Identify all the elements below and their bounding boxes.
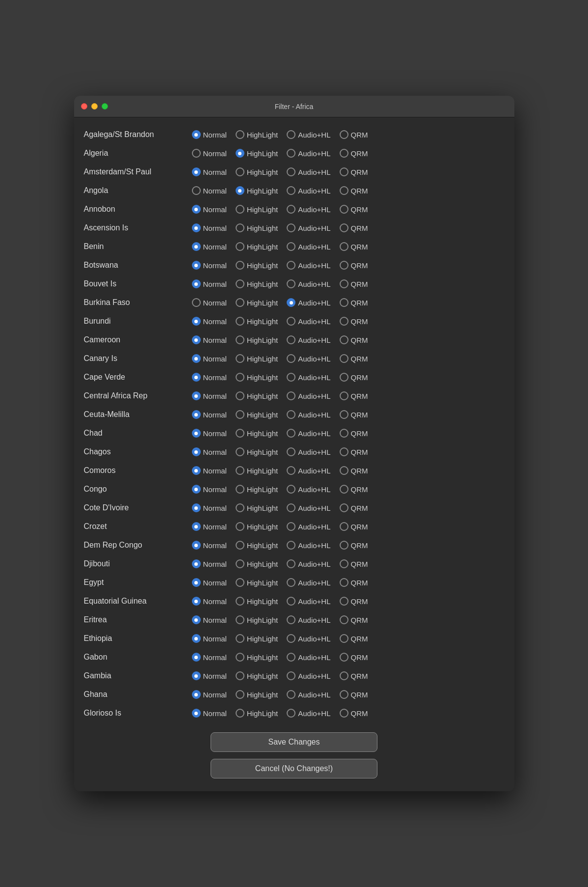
radio-option[interactable]: Audio+HL	[287, 279, 330, 288]
radio-option[interactable]: HighLight	[236, 671, 278, 680]
radio-option[interactable]: QRM	[340, 671, 368, 680]
radio-option[interactable]: HighLight	[236, 503, 278, 512]
radio-option[interactable]: Audio+HL	[287, 130, 330, 139]
radio-option[interactable]: Audio+HL	[287, 391, 330, 400]
radio-option[interactable]: Audio+HL	[287, 671, 330, 680]
radio-option[interactable]: Normal	[192, 485, 227, 494]
radio-option[interactable]: QRM	[340, 130, 368, 139]
radio-option[interactable]: HighLight	[236, 149, 278, 158]
radio-option[interactable]: Normal	[192, 205, 227, 214]
radio-option[interactable]: Normal	[192, 130, 227, 139]
radio-option[interactable]: QRM	[340, 541, 368, 550]
radio-option[interactable]: HighLight	[236, 485, 278, 494]
radio-option[interactable]: Normal	[192, 391, 227, 400]
radio-option[interactable]: HighLight	[236, 615, 278, 624]
radio-option[interactable]: QRM	[340, 503, 368, 512]
radio-option[interactable]: Normal	[192, 223, 227, 232]
radio-option[interactable]: QRM	[340, 597, 368, 606]
radio-option[interactable]: HighLight	[236, 279, 278, 288]
radio-option[interactable]: HighLight	[236, 597, 278, 606]
radio-option[interactable]: Normal	[192, 690, 227, 699]
radio-option[interactable]: QRM	[340, 391, 368, 400]
radio-option[interactable]: Normal	[192, 653, 227, 662]
radio-option[interactable]: Audio+HL	[287, 690, 330, 699]
radio-option[interactable]: Audio+HL	[287, 653, 330, 662]
radio-option[interactable]: HighLight	[236, 223, 278, 232]
radio-option[interactable]: HighLight	[236, 391, 278, 400]
radio-option[interactable]: HighLight	[236, 298, 278, 307]
radio-option[interactable]: Audio+HL	[287, 335, 330, 344]
radio-option[interactable]: Normal	[192, 634, 227, 643]
radio-option[interactable]: QRM	[340, 485, 368, 494]
radio-option[interactable]: Audio+HL	[287, 223, 330, 232]
radio-option[interactable]: QRM	[340, 373, 368, 382]
radio-option[interactable]: Normal	[192, 429, 227, 438]
radio-option[interactable]: HighLight	[236, 466, 278, 475]
radio-option[interactable]: Normal	[192, 709, 227, 718]
radio-option[interactable]: Audio+HL	[287, 298, 330, 307]
radio-option[interactable]: Audio+HL	[287, 205, 330, 214]
save-button[interactable]: Save Changes	[211, 732, 377, 752]
radio-option[interactable]: QRM	[340, 335, 368, 344]
radio-option[interactable]: HighLight	[236, 373, 278, 382]
radio-option[interactable]: Audio+HL	[287, 429, 330, 438]
radio-option[interactable]: Normal	[192, 578, 227, 587]
radio-option[interactable]: QRM	[340, 298, 368, 307]
radio-option[interactable]: QRM	[340, 261, 368, 270]
radio-option[interactable]: QRM	[340, 410, 368, 419]
radio-option[interactable]: Audio+HL	[287, 354, 330, 363]
radio-option[interactable]: QRM	[340, 615, 368, 624]
radio-option[interactable]: Audio+HL	[287, 466, 330, 475]
radio-option[interactable]: HighLight	[236, 522, 278, 531]
radio-option[interactable]: HighLight	[236, 653, 278, 662]
radio-option[interactable]: Normal	[192, 335, 227, 344]
radio-option[interactable]: Normal	[192, 373, 227, 382]
radio-option[interactable]: QRM	[340, 205, 368, 214]
radio-option[interactable]: HighLight	[236, 634, 278, 643]
radio-option[interactable]: HighLight	[236, 242, 278, 251]
radio-option[interactable]: Normal	[192, 559, 227, 568]
radio-option[interactable]: QRM	[340, 429, 368, 438]
radio-option[interactable]: Audio+HL	[287, 261, 330, 270]
radio-option[interactable]: HighLight	[236, 541, 278, 550]
radio-option[interactable]: HighLight	[236, 690, 278, 699]
radio-option[interactable]: Audio+HL	[287, 615, 330, 624]
radio-option[interactable]: HighLight	[236, 261, 278, 270]
radio-option[interactable]: QRM	[340, 242, 368, 251]
cancel-button[interactable]: Cancel (No Changes!)	[211, 759, 377, 778]
radio-option[interactable]: HighLight	[236, 130, 278, 139]
radio-option[interactable]: QRM	[340, 186, 368, 195]
radio-option[interactable]: Audio+HL	[287, 242, 330, 251]
radio-option[interactable]: Audio+HL	[287, 597, 330, 606]
radio-option[interactable]: Normal	[192, 671, 227, 680]
radio-option[interactable]: QRM	[340, 447, 368, 456]
radio-option[interactable]: Audio+HL	[287, 167, 330, 176]
radio-option[interactable]: Audio+HL	[287, 559, 330, 568]
radio-option[interactable]: HighLight	[236, 447, 278, 456]
radio-option[interactable]: HighLight	[236, 205, 278, 214]
radio-option[interactable]: Audio+HL	[287, 578, 330, 587]
radio-option[interactable]: Audio+HL	[287, 186, 330, 195]
radio-option[interactable]: Audio+HL	[287, 541, 330, 550]
radio-option[interactable]: QRM	[340, 149, 368, 158]
radio-option[interactable]: Audio+HL	[287, 410, 330, 419]
radio-option[interactable]: Normal	[192, 522, 227, 531]
radio-option[interactable]: Normal	[192, 279, 227, 288]
radio-option[interactable]: HighLight	[236, 317, 278, 326]
radio-option[interactable]: QRM	[340, 522, 368, 531]
radio-option[interactable]: QRM	[340, 223, 368, 232]
radio-option[interactable]: HighLight	[236, 578, 278, 587]
radio-option[interactable]: Audio+HL	[287, 634, 330, 643]
radio-option[interactable]: QRM	[340, 653, 368, 662]
radio-option[interactable]: QRM	[340, 279, 368, 288]
radio-option[interactable]: HighLight	[236, 354, 278, 363]
radio-option[interactable]: HighLight	[236, 335, 278, 344]
radio-option[interactable]: Audio+HL	[287, 522, 330, 531]
radio-option[interactable]: Normal	[192, 410, 227, 419]
radio-option[interactable]: Audio+HL	[287, 709, 330, 718]
radio-option[interactable]: Normal	[192, 261, 227, 270]
radio-option[interactable]: Normal	[192, 597, 227, 606]
radio-option[interactable]: QRM	[340, 690, 368, 699]
radio-option[interactable]: QRM	[340, 167, 368, 176]
radio-option[interactable]: Audio+HL	[287, 503, 330, 512]
